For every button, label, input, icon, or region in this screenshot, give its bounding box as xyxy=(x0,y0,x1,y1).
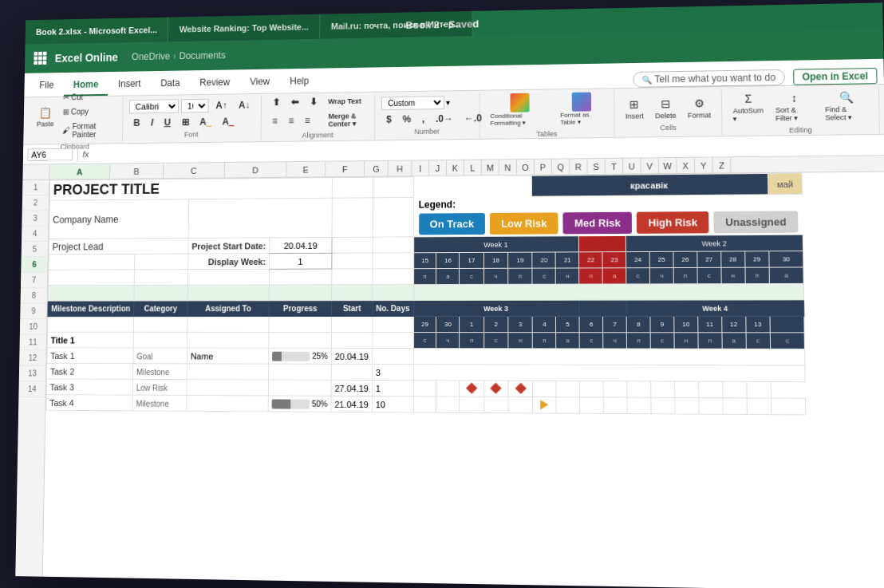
med-risk-legend[interactable]: Med Risk xyxy=(563,212,633,235)
empty-cell[interactable] xyxy=(332,177,373,198)
empty-cell[interactable] xyxy=(134,254,187,270)
empty-cell[interactable] xyxy=(373,332,414,348)
font-color-button[interactable]: A_ xyxy=(218,114,239,128)
col-header-z[interactable]: Z xyxy=(713,157,732,172)
active-cell-f6[interactable] xyxy=(373,285,413,301)
d-30[interactable]: 30 xyxy=(436,317,460,333)
empty-cell[interactable] xyxy=(332,253,373,269)
task2-assigned[interactable] xyxy=(187,364,268,380)
d-3[interactable]: 3 xyxy=(508,316,533,332)
align-middle-button[interactable]: ⬅ xyxy=(286,95,303,109)
empty-cell[interactable] xyxy=(187,269,269,285)
gantt-empty[interactable] xyxy=(747,398,772,415)
empty-cell[interactable] xyxy=(373,177,413,198)
empty-cell[interactable] xyxy=(187,332,269,348)
row-14[interactable]: 14 xyxy=(18,381,45,397)
increase-decimal-button[interactable]: .0→ xyxy=(431,111,458,125)
col-header-n[interactable]: N xyxy=(499,160,517,175)
row-10[interactable]: 10 xyxy=(20,319,46,335)
day-18[interactable]: 18 xyxy=(483,252,508,268)
cut-button[interactable]: ✂Cut xyxy=(59,89,116,103)
task1-days[interactable] xyxy=(372,348,413,364)
empty-cell[interactable] xyxy=(269,332,332,348)
task4-name[interactable]: Task 4 xyxy=(46,395,132,411)
insert-button[interactable]: ⊞ Insert xyxy=(622,93,648,122)
d-2[interactable]: 2 xyxy=(483,316,508,332)
col-header-v[interactable]: V xyxy=(641,158,659,173)
gantt-empty[interactable] xyxy=(603,381,627,398)
day-29[interactable]: 29 xyxy=(744,251,768,267)
task3-category[interactable]: Low Risk xyxy=(132,379,187,395)
task2-start[interactable] xyxy=(331,364,372,380)
active-row-gantt[interactable] xyxy=(413,283,804,300)
day-15[interactable]: 15 xyxy=(413,253,436,269)
col-header-p[interactable]: P xyxy=(535,160,552,175)
day-30[interactable]: 30 xyxy=(768,251,803,268)
day-25[interactable]: 25 xyxy=(649,251,673,267)
find-select-button[interactable]: 🔍 Find & Select ▾ xyxy=(821,86,873,124)
empty-cell[interactable] xyxy=(269,317,332,333)
col-header-i[interactable]: I xyxy=(412,160,429,176)
row-7[interactable]: 7 xyxy=(21,273,47,289)
percent-button[interactable]: % xyxy=(398,112,416,126)
empty-cell[interactable] xyxy=(269,269,331,285)
d-4[interactable]: 4 xyxy=(533,316,556,332)
number-format-select[interactable]: Custom xyxy=(381,96,444,110)
day-27[interactable]: 27 xyxy=(697,251,721,267)
empty-cell[interactable] xyxy=(133,317,187,333)
gantt-empty[interactable] xyxy=(580,397,604,414)
d-8[interactable]: 8 xyxy=(626,316,650,332)
active-cell-e6[interactable] xyxy=(332,285,373,301)
day-28[interactable]: 28 xyxy=(721,251,745,267)
col-header-h[interactable]: H xyxy=(389,160,412,176)
task3-progress[interactable] xyxy=(268,380,331,396)
d-6[interactable]: 6 xyxy=(579,316,603,332)
delete-button[interactable]: ⊟ Delete xyxy=(651,93,681,121)
task4-assigned[interactable] xyxy=(187,395,269,411)
gantt-empty[interactable] xyxy=(533,381,556,397)
format-as-table-button[interactable]: Format as Table ▾ xyxy=(556,89,608,128)
gantt-empty[interactable] xyxy=(698,381,722,398)
empty-cell[interactable] xyxy=(331,332,372,348)
task1-start[interactable]: 20.04.19 xyxy=(331,348,372,364)
task3-assigned[interactable] xyxy=(187,380,269,396)
d-11[interactable]: 11 xyxy=(698,316,722,332)
tab-website[interactable]: Website Ranking: Top Website... xyxy=(168,14,320,42)
col-header-l[interactable]: L xyxy=(464,160,482,176)
low-risk-legend[interactable]: Low Risk xyxy=(490,212,558,235)
d-13[interactable]: 13 xyxy=(746,316,770,332)
col-header-y[interactable]: Y xyxy=(695,157,713,172)
day-17[interactable]: 17 xyxy=(460,252,483,268)
row-11[interactable]: 11 xyxy=(19,335,46,351)
day-23[interactable]: 23 xyxy=(602,252,626,268)
tab-review[interactable]: Review xyxy=(191,72,239,94)
comma-button[interactable]: , xyxy=(417,112,429,126)
row-6[interactable]: 6 xyxy=(21,257,47,273)
col-header-e[interactable]: E xyxy=(286,162,326,177)
empty-cell[interactable] xyxy=(332,198,373,238)
sort-filter-button[interactable]: ↕ Sort & Filter ▾ xyxy=(771,87,818,124)
tab-help[interactable]: Help xyxy=(281,71,318,93)
align-bottom-button[interactable]: ⬇ xyxy=(305,95,322,109)
col-header-t[interactable]: T xyxy=(606,159,623,174)
empty-cell[interactable] xyxy=(373,237,413,253)
gantt-empty[interactable] xyxy=(603,397,627,414)
gantt-diamond2[interactable] xyxy=(484,381,509,397)
task2-category[interactable]: Milestone xyxy=(132,364,187,380)
empty-cell[interactable] xyxy=(332,269,373,285)
gantt-empty[interactable] xyxy=(747,381,772,398)
task2-progress[interactable] xyxy=(268,364,331,380)
empty-cell[interactable] xyxy=(373,197,413,237)
decrease-font-button[interactable]: A↓ xyxy=(234,98,255,112)
col-header-w[interactable]: W xyxy=(659,158,677,173)
border-button[interactable]: ⊞ xyxy=(176,115,193,129)
gantt-empty[interactable] xyxy=(699,398,723,415)
gantt-empty[interactable] xyxy=(651,397,675,414)
gantt-empty[interactable] xyxy=(556,397,580,414)
display-week-value[interactable]: 1 xyxy=(269,253,331,269)
day-19[interactable]: 19 xyxy=(508,252,533,268)
gantt-empty[interactable] xyxy=(436,381,460,397)
empty-cell[interactable] xyxy=(133,332,187,348)
gantt-empty[interactable] xyxy=(413,397,436,412)
gantt-empty[interactable] xyxy=(413,381,436,397)
